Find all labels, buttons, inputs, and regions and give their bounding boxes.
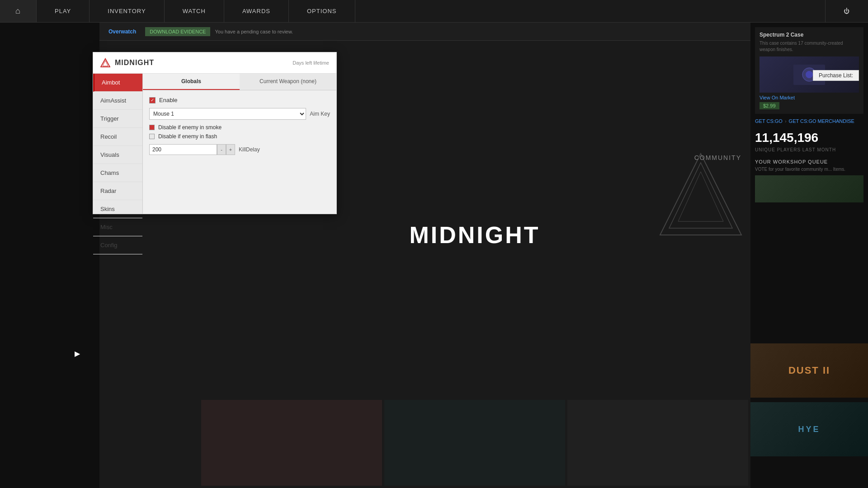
nav-awards[interactable]: AWARDS: [224, 0, 289, 22]
menu-item-chams[interactable]: Chams: [93, 164, 142, 182]
nav-power[interactable]: ⏻: [825, 0, 868, 22]
spectrum-case-description: This case contains 17 community-created …: [760, 40, 859, 53]
separator: ›: [785, 118, 787, 124]
nav-home[interactable]: ⌂: [0, 0, 37, 22]
nav-awards-label: AWARDS: [242, 8, 270, 14]
dialog-days-left: Days left lifetime: [292, 60, 329, 66]
menu-item-aimbot[interactable]: Aimbot: [93, 74, 142, 92]
disable-smoke-row: Disable if enemy in smoke: [149, 124, 330, 131]
thumb-2: [384, 400, 565, 486]
menu-item-config[interactable]: Config: [93, 236, 142, 254]
menu-item-skins[interactable]: Skins: [93, 200, 142, 218]
home-icon: ⌂: [15, 6, 21, 16]
overwatch-description: You have a pending case to review.: [215, 29, 293, 34]
midnight-background-logo: MIDNIGHT: [199, 221, 750, 249]
cursor: ▶: [75, 349, 80, 358]
kill-delay-row: - + KillDelay: [149, 144, 330, 155]
aim-key-dropdown[interactable]: Mouse 1 Mouse 2 Mouse 3 Mouse 4 Mouse 5: [149, 108, 306, 120]
workshop-description: VOTE for your favorite community m... It…: [755, 167, 863, 172]
dialog-header: MIDNIGHT Days left lifetime: [93, 52, 336, 74]
dust2-thumbnail: DUST II: [750, 343, 868, 398]
workshop-thumbnail: [755, 175, 863, 202]
nav-options[interactable]: OPTIONS: [289, 0, 355, 22]
download-evidence-button[interactable]: DOWNLOAD EVIDENCE: [145, 27, 210, 36]
svg-point-5: [806, 71, 813, 78]
nav-inventory-label: INVENTORY: [108, 8, 146, 14]
purchase-list-label: Purchase List:: [813, 70, 859, 81]
overwatch-label: Overwatch: [108, 28, 136, 35]
disable-smoke-label: Disable if enemy in smoke: [158, 124, 222, 131]
top-navigation: ⌂ PLAY INVENTORY WATCH AWARDS OPTIONS ⏻: [0, 0, 868, 23]
nav-play[interactable]: PLAY: [37, 0, 90, 22]
nav-options-label: OPTIONS: [307, 8, 337, 14]
dialog-body: Aimbot AimAssist Trigger Recoil Visuals …: [93, 74, 336, 214]
workshop-title: YOUR WORKSHOP QUEUE: [755, 159, 863, 164]
bottom-thumbnails: [199, 398, 750, 488]
get-merchandise-link[interactable]: GET CS:GO MERCHANDISE: [789, 118, 854, 124]
svg-marker-2: [678, 172, 723, 221]
case-price: $2.99: [760, 102, 779, 109]
dust2-label: DUST II: [788, 365, 830, 376]
kill-delay-input[interactable]: [149, 144, 217, 155]
community-title: COMMUNITY: [694, 154, 741, 161]
menu-item-trigger[interactable]: Trigger: [93, 110, 142, 128]
disable-flash-row: Disable if enemy in flash: [149, 133, 330, 140]
midnight-logo-icon: [100, 58, 110, 68]
dialog-settings-panel: ✓ Enable Mouse 1 Mouse 2 Mouse 3 Mouse 4…: [143, 90, 336, 214]
thumb-3: [567, 400, 748, 486]
midnight-big-text: MIDNIGHT: [409, 221, 540, 249]
menu-item-recoil[interactable]: Recoil: [93, 128, 142, 146]
dialog-content: Globals Current Weapon (none) ✓ Enable M…: [143, 74, 336, 214]
dialog-menu: Aimbot AimAssist Trigger Recoil Visuals …: [93, 74, 143, 214]
tab-current-weapon[interactable]: Current Weapon (none): [240, 74, 336, 90]
enable-checkbox-check: ✓: [151, 98, 154, 103]
kill-delay-label: KillDelay: [239, 146, 260, 153]
community-section: COMMUNITY: [694, 154, 741, 162]
nav-inventory[interactable]: INVENTORY: [90, 0, 164, 22]
hye-thumbnail: HYE: [750, 402, 868, 456]
menu-item-misc[interactable]: Misc: [93, 218, 142, 236]
svg-marker-1: [669, 163, 732, 228]
nav-watch-label: WATCH: [183, 8, 206, 14]
aim-key-label: Aim Key: [310, 111, 330, 117]
enable-setting-row: ✓ Enable: [149, 97, 330, 103]
dialog-title: MIDNIGHT: [115, 59, 154, 67]
menu-item-visuals[interactable]: Visuals: [93, 146, 142, 164]
player-label: UNIQUE PLAYERS LAST MONTH: [755, 147, 863, 152]
get-csgo-links: GET CS:GO › GET CS:GO MERCHANDISE: [755, 118, 863, 124]
get-csgo-link[interactable]: GET CS:GO: [755, 118, 783, 124]
kill-delay-plus-button[interactable]: +: [226, 144, 235, 155]
hye-label: HYE: [798, 425, 820, 434]
tab-globals[interactable]: Globals: [143, 74, 240, 90]
nav-watch[interactable]: WATCH: [165, 0, 224, 22]
background-sidebar: [0, 23, 99, 488]
enable-label: Enable: [159, 97, 177, 103]
disable-flash-checkbox[interactable]: [149, 134, 155, 139]
enable-checkbox[interactable]: ✓: [149, 97, 156, 103]
player-count: 11,145,196: [755, 131, 863, 145]
dialog-tabs: Globals Current Weapon (none): [143, 74, 336, 90]
menu-item-aimassist[interactable]: AimAssist: [93, 92, 142, 110]
view-on-market-link[interactable]: View On Market: [760, 95, 859, 100]
stats-section: GET CS:GO › GET CS:GO MERCHANDISE 11,145…: [755, 118, 863, 202]
thumb-1: [201, 400, 382, 486]
disable-flash-label: Disable if enemy in flash: [158, 133, 217, 140]
menu-item-radar[interactable]: Radar: [93, 182, 142, 200]
svg-marker-6: [101, 59, 110, 67]
kill-delay-minus-button[interactable]: -: [217, 144, 226, 155]
midnight-dialog: MIDNIGHT Days left lifetime Aimbot AimAs…: [93, 52, 337, 214]
aim-key-row: Mouse 1 Mouse 2 Mouse 3 Mouse 4 Mouse 5 …: [149, 108, 330, 120]
spectrum-case-title: Spectrum 2 Case: [760, 32, 859, 38]
nav-play-label: PLAY: [55, 8, 71, 14]
power-icon: ⏻: [844, 8, 850, 14]
disable-smoke-checkbox[interactable]: [149, 125, 155, 130]
